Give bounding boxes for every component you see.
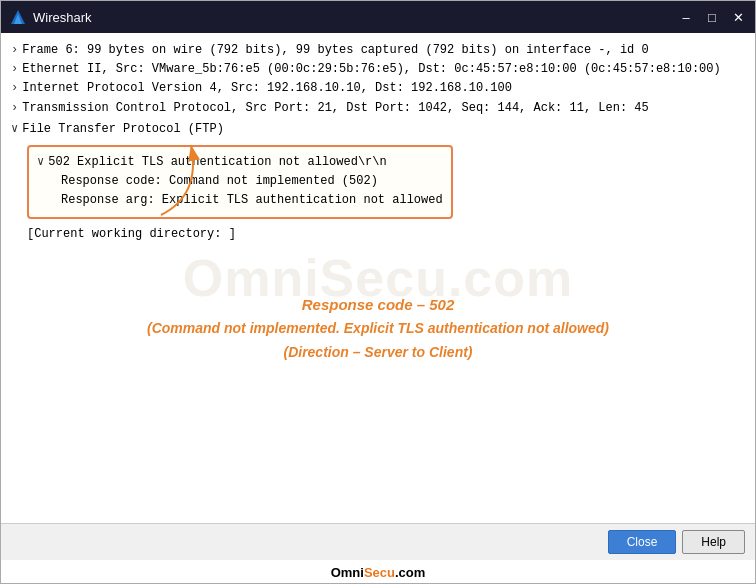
tcp-text: Transmission Control Protocol, Src Port:… [22, 99, 649, 118]
working-dir-row[interactable]: [Current working directory: ] [27, 225, 745, 244]
help-button[interactable]: Help [682, 530, 745, 554]
ftp-highlighted-box: ∨ 502 Explicit TLS authentication not al… [27, 145, 453, 219]
close-button[interactable]: Close [608, 530, 677, 554]
omnisecu-footer: OmniSecu.com [1, 560, 755, 583]
main-body: OmniSecu.com › Frame 6: 99 bytes on wire… [1, 33, 755, 523]
minimize-button[interactable]: – [677, 8, 695, 26]
ipv4-row[interactable]: › Internet Protocol Version 4, Src: 192.… [11, 79, 745, 98]
brand-dotcom: .com [395, 565, 425, 580]
maximize-button[interactable]: □ [703, 8, 721, 26]
ftp-row[interactable]: ∨ File Transfer Protocol (FTP) [11, 120, 745, 139]
packet-details-wrapper: › Frame 6: 99 bytes on wire (792 bits), … [1, 33, 755, 252]
response-message: Response code – 502 (Command not impleme… [1, 282, 755, 375]
working-dir-text: [Current working directory: ] [27, 225, 236, 244]
response-code-row: Response code: Command not implemented (… [61, 172, 443, 191]
footer: Close Help [1, 523, 755, 560]
annotation-line1: Response code – 502 [21, 292, 735, 318]
frame-text: Frame 6: 99 bytes on wire (792 bits), 99… [22, 41, 649, 60]
ethernet-arrow: › [11, 60, 18, 79]
wireshark-window: Wireshark – □ ✕ OmniSecu.com › Frame 6: … [0, 0, 756, 584]
annotation-line3: (Direction – Server to Client) [21, 341, 735, 365]
close-button[interactable]: ✕ [729, 8, 747, 26]
tls-arrow: ∨ [37, 153, 44, 172]
window-title: Wireshark [33, 10, 677, 25]
brand-secu: Secu [364, 565, 395, 580]
ftp-section: ∨ File Transfer Protocol (FTP) ∨ 502 Exp… [11, 120, 745, 244]
response-arg-text: Response arg: Explicit TLS authenticatio… [61, 193, 443, 207]
ftp-label: File Transfer Protocol (FTP) [22, 120, 224, 139]
window-controls: – □ ✕ [677, 8, 747, 26]
ipv4-arrow: › [11, 79, 18, 98]
tls-label: 502 Explicit TLS authentication not allo… [48, 153, 386, 172]
frame-arrow: › [11, 41, 18, 60]
title-bar: Wireshark – □ ✕ [1, 1, 755, 33]
brand-omni: Omni [331, 565, 364, 580]
ipv4-text: Internet Protocol Version 4, Src: 192.16… [22, 79, 512, 98]
wireshark-icon [9, 8, 27, 26]
tcp-row[interactable]: › Transmission Control Protocol, Src Por… [11, 99, 745, 118]
response-arg-row: Response arg: Explicit TLS authenticatio… [61, 191, 443, 210]
response-code-text: Response code: Command not implemented (… [61, 174, 378, 188]
ftp-arrow: ∨ [11, 120, 18, 139]
annotation-line2: (Command not implemented. Explicit TLS a… [21, 317, 735, 341]
tcp-arrow: › [11, 99, 18, 118]
packet-details: › Frame 6: 99 bytes on wire (792 bits), … [1, 33, 755, 252]
tls-entry-row[interactable]: ∨ 502 Explicit TLS authentication not al… [37, 153, 443, 172]
ethernet-text: Ethernet II, Src: VMware_5b:76:e5 (00:0c… [22, 60, 721, 79]
ftp-details: ∨ 502 Explicit TLS authentication not al… [27, 141, 745, 244]
ethernet-row[interactable]: › Ethernet II, Src: VMware_5b:76:e5 (00:… [11, 60, 745, 79]
frame-row[interactable]: › Frame 6: 99 bytes on wire (792 bits), … [11, 41, 745, 60]
